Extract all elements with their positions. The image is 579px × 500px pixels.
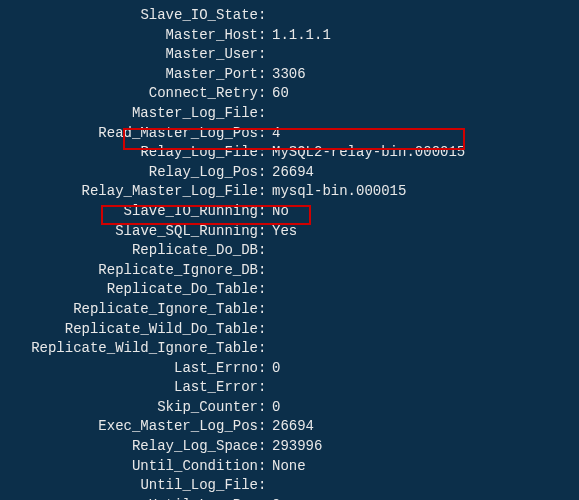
- status-value: [266, 6, 272, 26]
- colon: :: [258, 65, 266, 85]
- status-label: Until_Log_Pos: [0, 496, 258, 500]
- status-label: Connect_Retry: [0, 84, 258, 104]
- status-row: Exec_Master_Log_Pos:26694: [0, 417, 579, 437]
- status-row: Skip_Counter:0: [0, 398, 579, 418]
- status-label: Replicate_Wild_Do_Table: [0, 320, 258, 340]
- status-value: mysql-bin.000015: [266, 182, 406, 202]
- colon: :: [258, 124, 266, 144]
- colon: :: [258, 378, 266, 398]
- status-value: 26694: [266, 417, 314, 437]
- colon: :: [258, 476, 266, 496]
- status-row: Slave_IO_State:: [0, 6, 579, 26]
- status-value: [266, 476, 272, 496]
- colon: :: [258, 437, 266, 457]
- status-value: 26694: [266, 163, 314, 183]
- status-value: 0: [266, 359, 280, 379]
- status-value: 0: [266, 398, 280, 418]
- status-value: [266, 300, 272, 320]
- status-label: Skip_Counter: [0, 398, 258, 418]
- colon: :: [258, 104, 266, 124]
- status-row: Master_Host:1.1.1.1: [0, 26, 579, 46]
- status-label: Last_Errno: [0, 359, 258, 379]
- status-value: [266, 280, 272, 300]
- colon: :: [258, 320, 266, 340]
- status-label: Replicate_Do_Table: [0, 280, 258, 300]
- colon: :: [258, 300, 266, 320]
- status-row: Slave_SQL_Running:Yes: [0, 222, 579, 242]
- status-value: None: [266, 457, 306, 477]
- status-label: Master_Port: [0, 65, 258, 85]
- status-label: Replicate_Ignore_DB: [0, 261, 258, 281]
- status-label: Exec_Master_Log_Pos: [0, 417, 258, 437]
- status-row: Last_Errno:0: [0, 359, 579, 379]
- colon: :: [258, 163, 266, 183]
- status-label: Read_Master_Log_Pos: [0, 124, 258, 144]
- colon: :: [258, 339, 266, 359]
- status-value: 293996: [266, 437, 322, 457]
- status-label: Master_Log_File: [0, 104, 258, 124]
- status-value: 1.1.1.1: [266, 26, 331, 46]
- status-value: No: [266, 202, 289, 222]
- colon: :: [258, 84, 266, 104]
- status-label: Slave_IO_State: [0, 6, 258, 26]
- colon: :: [258, 496, 266, 500]
- colon: :: [258, 261, 266, 281]
- status-row: Replicate_Do_DB:: [0, 241, 579, 261]
- status-row: Relay_Master_Log_File:mysql-bin.000015: [0, 182, 579, 202]
- colon: :: [258, 26, 266, 46]
- status-value: [266, 378, 272, 398]
- colon: :: [258, 417, 266, 437]
- colon: :: [258, 222, 266, 242]
- status-row: Until_Log_File:: [0, 476, 579, 496]
- status-label: Replicate_Do_DB: [0, 241, 258, 261]
- status-label: Relay_Master_Log_File: [0, 182, 258, 202]
- status-row: Relay_Log_File:MySQL2-relay-bin.000015: [0, 143, 579, 163]
- status-value: Yes: [266, 222, 297, 242]
- status-label: Until_Condition: [0, 457, 258, 477]
- status-row: Replicate_Ignore_DB:: [0, 261, 579, 281]
- status-value: [266, 104, 272, 124]
- colon: :: [258, 182, 266, 202]
- status-row: Master_User:: [0, 45, 579, 65]
- colon: :: [258, 45, 266, 65]
- status-value: [266, 320, 272, 340]
- colon: :: [258, 359, 266, 379]
- status-label: Replicate_Wild_Ignore_Table: [0, 339, 258, 359]
- status-value: [266, 241, 272, 261]
- terminal-output: Slave_IO_State:Master_Host:1.1.1.1Master…: [0, 6, 579, 500]
- status-row: Read_Master_Log_Pos:4: [0, 124, 579, 144]
- status-row: Until_Condition:None: [0, 457, 579, 477]
- status-row: Slave_IO_Running:No: [0, 202, 579, 222]
- status-value: [266, 339, 272, 359]
- status-row: Relay_Log_Pos:26694: [0, 163, 579, 183]
- status-row: Last_Error:: [0, 378, 579, 398]
- colon: :: [258, 457, 266, 477]
- status-label: Relay_Log_Pos: [0, 163, 258, 183]
- status-label: Until_Log_File: [0, 476, 258, 496]
- status-value: [266, 261, 272, 281]
- status-value: 60: [266, 84, 289, 104]
- status-label: Slave_SQL_Running: [0, 222, 258, 242]
- status-row: Until_Log_Pos:0: [0, 496, 579, 500]
- status-value: 0: [266, 496, 280, 500]
- colon: :: [258, 202, 266, 222]
- status-value: 4: [266, 124, 280, 144]
- status-row: Master_Log_File:: [0, 104, 579, 124]
- status-label: Replicate_Ignore_Table: [0, 300, 258, 320]
- status-value: 3306: [266, 65, 306, 85]
- status-label: Relay_Log_File: [0, 143, 258, 163]
- status-row: Replicate_Ignore_Table:: [0, 300, 579, 320]
- colon: :: [258, 6, 266, 26]
- status-row: Replicate_Wild_Do_Table:: [0, 320, 579, 340]
- status-label: Slave_IO_Running: [0, 202, 258, 222]
- status-value: MySQL2-relay-bin.000015: [266, 143, 465, 163]
- status-label: Master_Host: [0, 26, 258, 46]
- colon: :: [258, 398, 266, 418]
- colon: :: [258, 280, 266, 300]
- colon: :: [258, 241, 266, 261]
- status-label: Last_Error: [0, 378, 258, 398]
- status-row: Relay_Log_Space:293996: [0, 437, 579, 457]
- status-row: Replicate_Wild_Ignore_Table:: [0, 339, 579, 359]
- status-label: Relay_Log_Space: [0, 437, 258, 457]
- status-row: Connect_Retry:60: [0, 84, 579, 104]
